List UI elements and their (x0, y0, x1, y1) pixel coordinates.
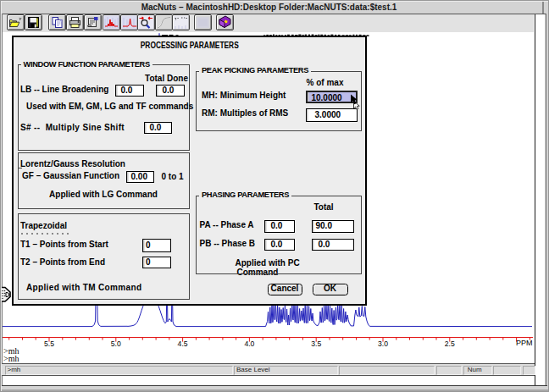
svg-text:4.5: 4.5 (178, 340, 188, 348)
svg-text:3.5: 3.5 (311, 340, 321, 348)
svg-text:PPM: PPM (516, 339, 533, 347)
svg-text:4.0: 4.0 (244, 340, 254, 348)
svg-text:3.0: 3.0 (378, 340, 388, 348)
svg-text:5.0: 5.0 (111, 340, 121, 348)
svg-text:5.5: 5.5 (44, 340, 54, 348)
svg-text:2.5: 2.5 (445, 340, 455, 348)
